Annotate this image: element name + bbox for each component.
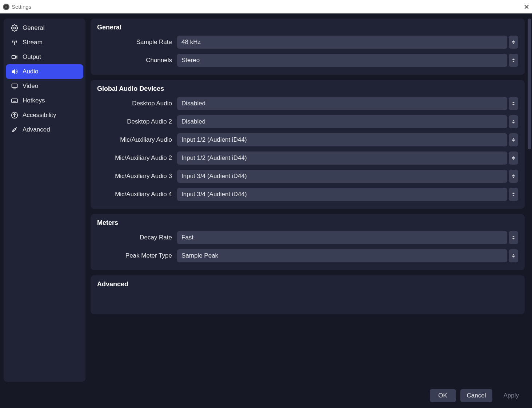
label-mic-aux-2: Mic/Auxiliary Audio 2 bbox=[97, 154, 177, 162]
section-title-general: General bbox=[97, 24, 518, 31]
ok-button[interactable]: OK bbox=[430, 389, 456, 402]
stepper-desktop-audio-2[interactable] bbox=[509, 115, 518, 128]
chevron-down-icon bbox=[512, 256, 515, 258]
select-mic-aux-3[interactable]: Input 3/4 (Audient iD44) bbox=[177, 170, 507, 183]
label-decay-rate: Decay Rate bbox=[97, 234, 177, 241]
content-scrollbar[interactable] bbox=[527, 19, 532, 382]
stepper-decay-rate[interactable] bbox=[509, 231, 518, 244]
stepper-mic-aux-2[interactable] bbox=[509, 152, 518, 165]
label-peak-meter-type: Peak Meter Type bbox=[97, 252, 177, 259]
camera-icon bbox=[11, 53, 18, 61]
chevron-up-icon bbox=[512, 236, 515, 237]
chevron-up-icon bbox=[512, 254, 515, 255]
svg-rect-2 bbox=[12, 56, 16, 58]
chevron-down-icon bbox=[512, 43, 515, 44]
chevron-up-icon bbox=[512, 58, 515, 60]
stepper-mic-aux[interactable] bbox=[509, 133, 518, 146]
row-channels: Channels Stereo bbox=[97, 54, 518, 67]
chevron-down-icon bbox=[512, 61, 515, 62]
sidebar-item-audio[interactable]: Audio bbox=[6, 64, 83, 79]
svg-point-6 bbox=[14, 113, 15, 114]
chevron-down-icon bbox=[512, 177, 515, 178]
chevron-up-icon bbox=[512, 174, 515, 176]
sidebar-item-accessibility[interactable]: Accessibility bbox=[6, 108, 83, 122]
select-sample-rate[interactable]: 48 kHz bbox=[177, 36, 507, 49]
stepper-desktop-audio[interactable] bbox=[509, 97, 518, 110]
select-mic-aux[interactable]: Input 1/2 (Audient iD44) bbox=[177, 133, 507, 146]
scrollbar-thumb[interactable] bbox=[528, 19, 531, 149]
svg-rect-4 bbox=[12, 99, 18, 102]
chevron-down-icon bbox=[512, 158, 515, 160]
select-mic-aux-4[interactable]: Input 3/4 (Audient iD44) bbox=[177, 188, 507, 201]
app-icon bbox=[3, 4, 9, 10]
select-peak-meter-type[interactable]: Sample Peak bbox=[177, 249, 507, 262]
chevron-up-icon bbox=[512, 102, 515, 103]
sidebar: General Stream Output Audio bbox=[4, 19, 85, 382]
sidebar-item-label: Hotkeys bbox=[23, 97, 45, 104]
label-deskt 2: Desktop Audio 2 bbox=[97, 118, 177, 125]
label-mic-aux: Mic/Auxiliary Audio bbox=[97, 136, 177, 144]
settings-content: General Sample Rate 48 kHz Channels Ster… bbox=[91, 19, 525, 382]
stepper-mic-aux-3[interactable] bbox=[509, 170, 518, 183]
section-title-global-audio: Global Audio Devices bbox=[97, 85, 518, 93]
chevron-up-icon bbox=[512, 193, 515, 194]
chevron-up-icon bbox=[512, 138, 515, 140]
label-sample-rate: Sample Rate bbox=[97, 39, 177, 46]
chevron-down-icon bbox=[512, 195, 515, 196]
row-mic-aux-2: Mic/Auxiliary Audio 2 Input 1/2 (Audient… bbox=[97, 152, 518, 165]
sidebar-item-general[interactable]: General bbox=[6, 21, 83, 35]
title-bar: Settings bbox=[0, 0, 532, 13]
stepper-sample-rate[interactable] bbox=[509, 36, 518, 49]
sidebar-item-label: Advanced bbox=[23, 126, 50, 133]
chevron-up-icon bbox=[512, 40, 515, 42]
window-title: Settings bbox=[12, 4, 31, 10]
chevron-up-icon bbox=[512, 120, 515, 121]
section-title-advanced: Advanced bbox=[97, 280, 518, 288]
sidebar-item-label: General bbox=[23, 24, 44, 32]
section-global-audio: Global Audio Devices Desktop Audio Disab… bbox=[91, 80, 525, 209]
row-sample-rate: Sample Rate 48 kHz bbox=[97, 36, 518, 49]
select-channels[interactable]: Stereo bbox=[177, 54, 507, 67]
svg-rect-3 bbox=[12, 84, 17, 88]
cancel-button[interactable]: Cancel bbox=[460, 389, 493, 402]
speaker-icon bbox=[11, 68, 18, 75]
row-mic-aux-4: Mic/Auxiliary Audio 4 Input 3/4 (Audient… bbox=[97, 188, 518, 201]
dialog-footer: OK Cancel Apply bbox=[0, 387, 532, 408]
stepper-channels[interactable] bbox=[509, 54, 518, 67]
label-mic-aux-4: Mic/Auxiliary Audio 4 bbox=[97, 191, 177, 198]
select-decay-rate[interactable]: Fast bbox=[177, 231, 507, 244]
sidebar-item-output[interactable]: Output bbox=[6, 50, 83, 64]
chevron-down-icon bbox=[512, 104, 515, 105]
apply-button[interactable]: Apply bbox=[497, 389, 525, 402]
sidebar-item-label: Audio bbox=[23, 68, 38, 75]
select-desktop-audio-2[interactable]: Disabled bbox=[177, 115, 507, 128]
row-mic-aux-3: Mic/Auxiliary Audio 3 Input 3/4 (Audient… bbox=[97, 170, 518, 183]
chevron-up-icon bbox=[512, 156, 515, 158]
row-decay-rate: Decay Rate Fast bbox=[97, 231, 518, 244]
keyboard-icon bbox=[11, 97, 18, 104]
sidebar-item-label: Video bbox=[23, 82, 38, 90]
select-desktop-audio[interactable]: Disabled bbox=[177, 97, 507, 110]
gear-icon bbox=[11, 24, 18, 32]
close-icon[interactable] bbox=[524, 4, 529, 9]
row-desktop-audio: Desktop Audio Disabled bbox=[97, 97, 518, 110]
stepper-peak-meter-type[interactable] bbox=[509, 249, 518, 262]
chevron-down-icon bbox=[512, 140, 515, 142]
sidebar-item-label: Output bbox=[23, 53, 41, 61]
row-peak-meter-type: Peak Meter Type Sample Peak bbox=[97, 249, 518, 262]
stepper-mic-aux-4[interactable] bbox=[509, 188, 518, 201]
row-desktop-audio-2: Desktop Audio 2 Disabled bbox=[97, 115, 518, 128]
sidebar-item-hotkeys[interactable]: Hotkeys bbox=[6, 93, 83, 108]
section-advanced: Advanced bbox=[91, 275, 525, 314]
label-desktop-audio: Desktop Audio bbox=[97, 100, 177, 107]
svg-point-0 bbox=[14, 27, 16, 29]
sidebar-item-label: Accessibility bbox=[23, 112, 56, 119]
section-general: General Sample Rate 48 kHz Channels Ster… bbox=[91, 19, 525, 75]
chevron-down-icon bbox=[512, 122, 515, 124]
svg-point-1 bbox=[14, 41, 15, 42]
sidebar-item-advanced[interactable]: Advanced bbox=[6, 122, 83, 137]
select-mic-aux-2[interactable]: Input 1/2 (Audient iD44) bbox=[177, 152, 507, 165]
sidebar-item-stream[interactable]: Stream bbox=[6, 35, 83, 50]
section-meters: Meters Decay Rate Fast Peak Meter Type S… bbox=[91, 214, 525, 270]
sidebar-item-video[interactable]: Video bbox=[6, 79, 83, 93]
